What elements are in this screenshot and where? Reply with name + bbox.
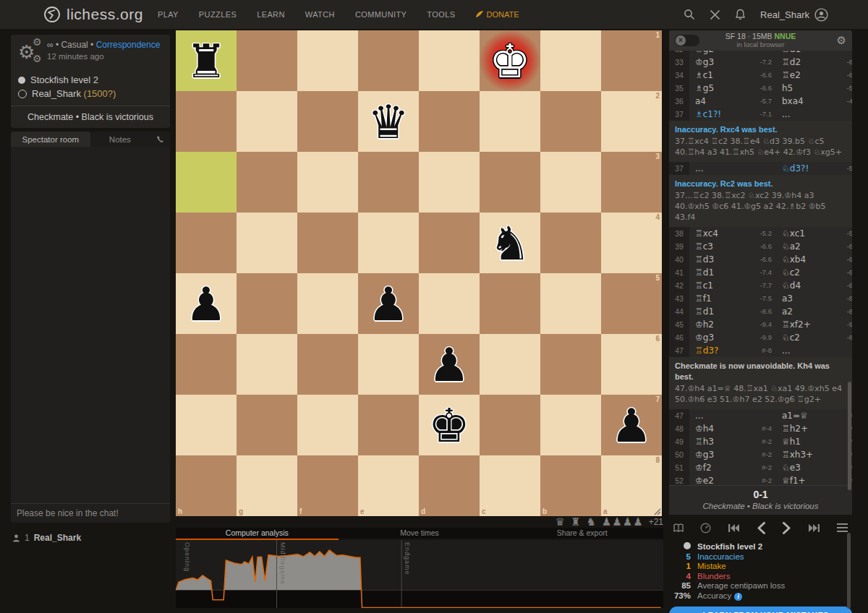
board-resize-handle[interactable] [654,508,661,515]
board-square-g1[interactable] [237,30,297,91]
nav-item-learn[interactable]: LEARN [247,10,295,19]
board-square-c5[interactable] [480,273,540,334]
board-square-d1[interactable] [419,30,480,91]
board-square-e7[interactable] [358,395,419,455]
opening-book-icon[interactable] [673,523,684,533]
move-white[interactable]: ♔g3-9.9 [689,331,776,344]
board-square-a3[interactable]: 3 [601,152,662,213]
chess-piece-black-pawn[interactable]: ♟ [176,273,237,334]
challenges-icon[interactable] [710,9,720,20]
advantage-chart[interactable]: OpeningMiddlegameEndgame [176,540,663,608]
move-white[interactable]: ♖c3-6.6 [689,240,776,253]
board-square-g7[interactable] [237,395,297,455]
board-square-b3[interactable] [540,152,601,213]
board-square-g6[interactable] [237,334,297,395]
move-black[interactable]: a3-8.0 [776,292,852,305]
chess-piece-black-pawn[interactable]: ♟ [419,334,480,395]
move-black[interactable]: ♖xf2+-9.2 [776,318,852,331]
menu-hamburger-icon[interactable] [837,523,848,532]
move-white[interactable]: ... [689,409,776,422]
chess-piece-black-queen[interactable]: ♛ [358,91,419,152]
move-white[interactable]: a4-5.7 [689,95,776,108]
board-square-f5[interactable] [297,273,358,334]
move-white[interactable]: ... [689,162,776,175]
board-square-b2[interactable] [540,91,601,152]
board-square-c6[interactable] [480,334,540,395]
board-square-c3[interactable] [480,152,540,213]
white-player-row[interactable]: Stockfish level 2 [11,73,170,87]
move-white[interactable]: ♗c1-6.6 [689,69,776,82]
user-menu[interactable]: Real_Shark [760,8,828,22]
black-player-row[interactable]: Real_Shark (1500?) [11,87,170,100]
tab-notes[interactable]: Notes [90,132,150,147]
board-square-g4[interactable] [237,213,297,273]
board-square-a8[interactable]: a8 [601,455,662,516]
move-black[interactable]: ... [776,344,852,357]
move-black[interactable]: a2-8.2 [776,305,852,318]
move-white[interactable]: ♔h2-9.4 [689,318,776,331]
move-black[interactable]: ♘e3#-2 [776,461,852,474]
board-square-d4[interactable] [419,213,480,273]
board-square-a5[interactable]: 5 [601,273,662,334]
board-square-e4[interactable] [358,213,419,273]
board-square-f4[interactable] [297,213,358,273]
board-square-d8[interactable]: d [419,455,480,516]
prev-move-button[interactable] [757,522,765,534]
move-list-scrollbar[interactable] [848,382,851,490]
board-square-a2[interactable]: 2 [601,91,662,152]
board-square-d3[interactable] [419,152,480,213]
tab-computer-analysis[interactable]: Computer analysis [176,528,339,539]
lichess-logo[interactable]: lichess.org [43,6,143,23]
nav-item-community[interactable]: COMMUNITY [345,10,417,19]
board-square-g5[interactable] [237,273,297,334]
board-square-c2[interactable] [480,91,540,152]
board-square-b7[interactable] [540,395,601,455]
move-white[interactable]: ♖d3?#-8 [689,344,776,357]
board-square-h2[interactable] [176,91,237,152]
chess-piece-black-knight[interactable]: ♞ [480,213,540,273]
move-black[interactable]: ♘c2-8.6 [776,331,852,344]
accuracy-info-icon[interactable]: i [734,593,742,601]
chess-piece-black-pawn[interactable]: ♟ [601,395,662,455]
move-black[interactable]: ♘a2-6.0 [776,240,852,253]
move-black[interactable]: ♖d1 [776,51,852,56]
move-white[interactable]: ♔h4#-4 [689,422,776,435]
nav-item-tools[interactable]: TOOLS [417,10,465,19]
chess-board[interactable]: 1234567hgfedcba8♜♚♛♞♟♟♟♚♟ [176,30,662,516]
donate-link[interactable]: DONATE [465,10,529,19]
move-black[interactable]: ♖xh3+#-2 [776,448,852,461]
board-square-b8[interactable]: b [540,455,601,516]
board-square-h6[interactable] [176,334,237,395]
board-square-g3[interactable] [237,152,297,213]
nav-item-play[interactable]: PLAY [148,10,189,19]
chess-piece-black-king[interactable]: ♚ [419,395,480,455]
notifications-bell-icon[interactable] [735,9,746,20]
board-square-b4[interactable] [540,213,601,273]
nav-item-watch[interactable]: WATCH [295,10,345,19]
move-black[interactable]: ♘c2-6.5 [776,266,852,279]
board-square-h3[interactable] [176,152,237,213]
search-icon[interactable] [684,9,695,20]
board-square-a4[interactable]: 4 [601,213,662,273]
next-move-button[interactable] [783,522,791,534]
board-square-a1[interactable]: 1 [601,30,662,91]
move-black[interactable]: ♘d4-6.8 [776,279,852,292]
engine-toggle[interactable]: × [675,35,699,46]
board-square-b6[interactable] [540,334,601,395]
move-black[interactable]: ♖h2+#-4 [776,422,852,435]
move-white[interactable]: ♗c1?!-7.1 [689,108,776,121]
board-square-g8[interactable]: g [237,455,297,516]
comment-variation[interactable]: 37...♖c2 38.♖xc2 ♘xc2 39.♔h4 a3 40.♔xh5 … [675,190,846,223]
move-white[interactable]: ♖d1-8.6 [689,305,776,318]
board-square-e8[interactable]: e [358,455,419,516]
move-black[interactable]: ♘xc1-5.2 [776,227,852,240]
move-white[interactable]: ♔g2 [689,51,776,56]
move-black[interactable]: ... [776,108,852,121]
first-move-button[interactable] [728,523,740,533]
move-black[interactable]: ♘d3?!-5.3 [776,162,852,175]
move-white[interactable]: ♔g3-7.2 [689,56,776,69]
practice-gauge-icon[interactable] [700,523,711,533]
comment-variation[interactable]: 47.♔h4 a1=♕ 48.♖xa1 ♘xa1 49.♔xh5 e4 50.♔… [675,383,846,405]
move-white[interactable]: ♖c1-7.7 [689,279,776,292]
engine-settings-gear-icon[interactable]: ⚙ [837,34,846,47]
